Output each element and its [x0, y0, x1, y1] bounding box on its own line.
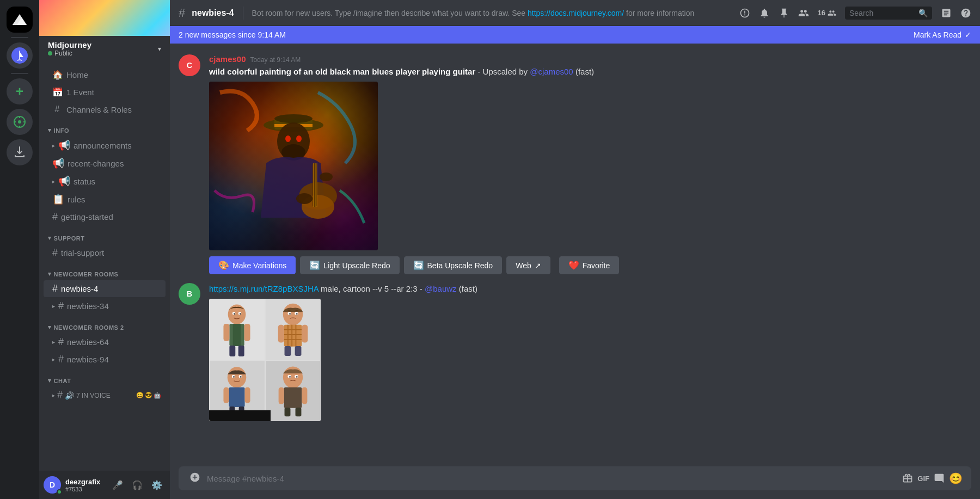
light-upscale-redo-button[interactable]: 🔄 Light Upscale Redo: [300, 256, 399, 274]
section-info[interactable]: ▾ INFO: [39, 118, 170, 136]
message-avatar-bauwz: B: [179, 283, 200, 305]
svg-rect-56: [224, 387, 229, 403]
notifications-button[interactable]: [759, 8, 770, 19]
channel-item-status[interactable]: ▸ 📢 status: [44, 173, 166, 190]
light-upscale-label: Light Upscale Redo: [323, 261, 390, 270]
settings-button[interactable]: ⚙️: [148, 476, 166, 494]
cartoon-char-1: [209, 299, 265, 360]
sidebar: Midjourney Public ▾ 🏠 Home 📅 1 Event # C…: [39, 0, 170, 499]
svg-rect-68: [284, 408, 290, 416]
search-bar[interactable]: Search 🔍: [845, 7, 932, 20]
svg-point-11: [296, 135, 302, 142]
topic-link[interactable]: https://docs.midjourney.com/: [528, 9, 624, 17]
svg-text:C: C: [187, 61, 192, 70]
svg-rect-29: [233, 324, 241, 346]
section-support[interactable]: ▾ SUPPORT: [39, 226, 170, 244]
favorite-label: Favorite: [583, 261, 610, 270]
channel-item-voice[interactable]: ▸ # 🔊 7 IN VOICE 😀 😎 🤖: [44, 387, 166, 404]
cartoon-chars-image[interactable]: [209, 299, 321, 421]
channel-item-rules[interactable]: 📋 rules: [44, 190, 166, 208]
mark-read-label: Mark As Read: [914, 30, 961, 39]
external-link-icon: ↗: [535, 261, 541, 270]
attach-button[interactable]: [187, 470, 203, 488]
sidebar-nav: 🏠 Home 📅 1 Event # Channels & Roles ▾ IN…: [39, 61, 170, 471]
section-newcomer-rooms-2[interactable]: ▾ NEWCOMER ROOMS 2: [39, 315, 170, 333]
action-buttons-msg1: 🎨 Make Variations 🔄 Light Upscale Redo 🔄…: [209, 256, 971, 274]
channel-item-newbies-64[interactable]: ▸ # newbies-64: [44, 334, 166, 350]
add-icon: +: [16, 84, 23, 99]
message-speed: (fast): [575, 67, 594, 76]
messages-area[interactable]: C cjames00 Today at 9:14 AM wild colorfu…: [170, 44, 980, 466]
nav-item-home[interactable]: 🏠 Home: [44, 66, 166, 83]
nav-item-channels-roles[interactable]: # Channels & Roles: [44, 101, 166, 118]
channel-item-newbies-4[interactable]: # newbies-4 👤+: [44, 280, 166, 297]
mj-link[interactable]: https://s.mj.run/tRZ8pBXSJHA: [209, 284, 318, 293]
nav-item-home-label: Home: [66, 70, 88, 79]
channel-item-getting-started[interactable]: # getting-started: [44, 208, 166, 225]
channel-label: rules: [68, 195, 85, 204]
channel-item-trial-support[interactable]: # trial-support: [44, 244, 166, 261]
svg-rect-32: [230, 346, 236, 356]
hash-icon: #: [58, 336, 64, 348]
pin-button[interactable]: [779, 8, 789, 19]
make-variations-button[interactable]: 🎨 Make Variations: [209, 256, 296, 274]
header-divider: [243, 7, 243, 20]
megaphone-icon: 📢: [58, 175, 70, 187]
hash-icon: #: [52, 283, 58, 294]
members-button[interactable]: [798, 8, 809, 19]
deafen-button[interactable]: 🎧: [128, 476, 146, 494]
char3-svg: [215, 364, 259, 418]
svg-point-50: [228, 367, 247, 387]
channel-item-recent-changes[interactable]: 📢 recent-changes: [44, 155, 166, 172]
help-button[interactable]: [960, 8, 971, 19]
hash-icon: #: [58, 354, 64, 365]
server-icon-explore[interactable]: [7, 109, 33, 135]
channel-item-newbies-34[interactable]: ▸ # newbies-34: [44, 298, 166, 315]
channel-item-newbies-94[interactable]: ▸ # newbies-94: [44, 351, 166, 368]
gif-button[interactable]: GIF: [917, 475, 929, 483]
channel-topic: Bot room for new users. Type /imagine th…: [252, 9, 733, 17]
nav-item-channels-label: Channels & Roles: [66, 105, 132, 114]
server-icon-add[interactable]: +: [7, 78, 33, 104]
megaphone-icon: 📢: [58, 139, 70, 151]
section-chat-label: CHAT: [54, 378, 71, 384]
section-info-label: INFO: [54, 127, 69, 134]
favorite-button[interactable]: ❤️ Favorite: [559, 256, 620, 274]
channel-item-announcements[interactable]: ▸ 📢 announcements: [44, 137, 166, 154]
mute-button[interactable]: 🎤: [109, 476, 126, 494]
inbox-button[interactable]: [941, 8, 952, 19]
channel-expand-icon: ▸: [52, 303, 55, 309]
sticker-button[interactable]: [934, 473, 945, 484]
web-button[interactable]: Web ↗: [506, 256, 550, 274]
section-chat[interactable]: ▾ CHAT: [39, 368, 170, 386]
section-support-label: SUPPORT: [54, 235, 85, 242]
blues-painting-image[interactable]: [209, 82, 378, 250]
message-content: wild colorful painting of an old black m…: [209, 66, 971, 77]
gift-button[interactable]: [902, 473, 913, 484]
server-icon-midjourney[interactable]: [7, 7, 33, 33]
beta-upscale-redo-button[interactable]: 🔄 Beta Upscale Redo: [404, 256, 503, 274]
user-tag: #7533: [65, 486, 105, 492]
mark-as-read-button[interactable]: Mark As Read ✓: [914, 30, 971, 39]
section-newcomer-rooms[interactable]: ▾ NEWCOMER ROOMS: [39, 262, 170, 280]
emoji-button[interactable]: 😊: [949, 472, 963, 485]
channel-expand-icon: ▸: [52, 339, 55, 345]
svg-point-2: [18, 120, 21, 124]
section-newcomer-label: NEWCOMER ROOMS: [54, 271, 119, 278]
server-icon-download[interactable]: [7, 139, 33, 165]
main-content: # newbies-4 Bot room for new users. Type…: [170, 0, 980, 499]
sidebar-server-info[interactable]: Midjourney Public ▾: [39, 36, 170, 61]
server-icon-sailboat[interactable]: [7, 42, 33, 69]
cartoon-image-container[interactable]: [209, 299, 321, 421]
server-status: Public: [48, 50, 91, 57]
channel-expand-icon: ▸: [52, 392, 55, 398]
headphones-icon: 🎧: [132, 480, 143, 490]
message-text: wild colorful painting of an old black m…: [209, 67, 475, 76]
nav-item-event[interactable]: 📅 1 Event: [44, 84, 166, 101]
message-image-container[interactable]: [209, 82, 378, 250]
svg-point-63: [289, 376, 291, 378]
message-input-field[interactable]: [207, 468, 898, 489]
threads-button[interactable]: [739, 8, 750, 19]
svg-rect-48: [284, 346, 291, 356]
cartoon-top-row: [209, 299, 321, 360]
